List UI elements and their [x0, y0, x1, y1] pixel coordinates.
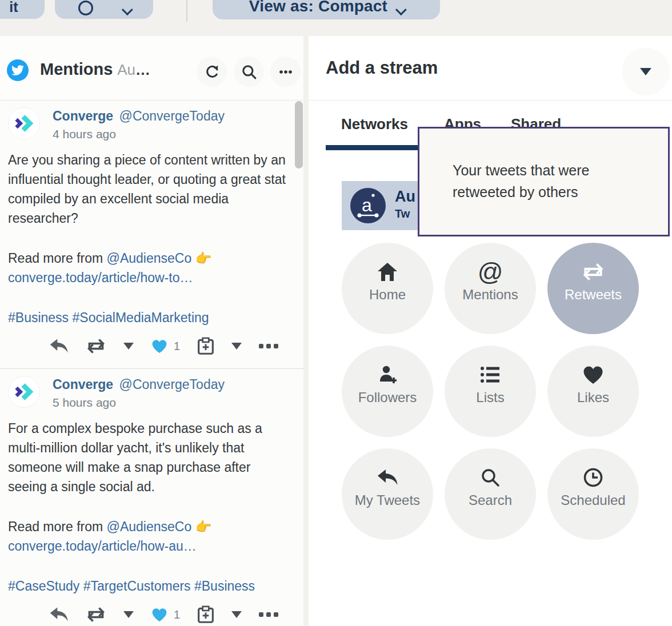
hashtags[interactable]: #CaseStudy #TargetCustomers #Business [8, 576, 289, 596]
retweet-icon[interactable] [86, 605, 106, 624]
tweet-read-more: Read more from @AudienseCo 👉 converge.to… [8, 248, 289, 287]
twitter-icon [7, 59, 29, 81]
retweet-options-caret[interactable] [123, 343, 134, 350]
view-as-label: View as: Compact [249, 0, 387, 15]
converge-avatar[interactable] [8, 107, 40, 139]
tweet-1: Converge @ConvergeToday 4 hours ago Are … [0, 101, 303, 369]
mention-link[interactable]: @AudienseCo [107, 251, 192, 266]
tooltip-text: Your tweets that were retweeted by other… [453, 159, 641, 203]
reply-arrow-icon [377, 464, 398, 491]
stream-type-lists[interactable]: Lists [445, 346, 536, 437]
search-icon [479, 464, 501, 491]
chevron-down-icon [640, 68, 651, 75]
tweet-text: For a complex bespoke purchase such as a… [8, 419, 289, 496]
search-icon [241, 63, 258, 81]
more-dots-icon [277, 63, 295, 81]
search-stream-button[interactable] [234, 57, 264, 87]
reply-icon[interactable] [49, 338, 69, 355]
svg-text:a: a [362, 195, 372, 215]
stream-type-followers[interactable]: Followers [342, 346, 433, 437]
tweet-actions: 1 [8, 327, 289, 365]
like-count: 1 [174, 340, 180, 353]
view-as-compact-button[interactable]: View as: Compact [213, 0, 440, 19]
stream-type-scheduled[interactable]: Scheduled [547, 448, 639, 540]
tweet-text: Are you sharing a piece of content writt… [8, 150, 289, 228]
stream-type-search[interactable]: Search [445, 448, 536, 540]
tweet-handle[interactable]: @ConvergeToday [119, 109, 225, 123]
clock-icon [582, 464, 604, 491]
converge-logo-icon [11, 379, 37, 404]
edit-button-partial[interactable]: it [0, 0, 45, 19]
pointing-hand-emoji: 👉 [195, 519, 212, 534]
like-heart-icon [151, 607, 168, 623]
stream-type-home[interactable]: Home [342, 243, 433, 334]
tweet-more-icon[interactable] [259, 612, 278, 617]
tweet-actions: 1 [8, 596, 289, 626]
tab-networks[interactable]: Networks [341, 115, 408, 133]
like-heart-icon [151, 338, 168, 354]
stream-title: MentionsAu… [40, 60, 150, 79]
account-name-truncated: Au [395, 188, 415, 206]
active-tab-underline [326, 145, 418, 150]
article-link[interactable]: converge.today/article/how-au… [8, 539, 197, 553]
converge-logo-icon [11, 111, 37, 136]
refresh-interval-button[interactable] [55, 0, 153, 19]
retweet-icon[interactable] [86, 337, 106, 355]
add-stream-header: Add a stream [309, 36, 672, 101]
home-icon [376, 259, 399, 285]
assign-options-caret[interactable] [231, 611, 242, 618]
retweet-icon [581, 259, 605, 285]
interval-ring-icon [78, 1, 93, 15]
chevron-down-icon [395, 4, 407, 15]
tweet-author[interactable]: Converge [53, 377, 113, 392]
stream-type-retweets[interactable]: Retweets [547, 243, 639, 334]
stream-subtitle: Au [117, 61, 135, 78]
stream-type-my-tweets[interactable]: My Tweets [342, 448, 433, 540]
chevron-down-icon [122, 4, 133, 15]
add-stream-panel: Add a stream Networks Apps Shared a Au T… [309, 36, 672, 626]
account-network-truncated: Tw [395, 207, 410, 220]
list-icon [479, 362, 502, 388]
stream-type-likes[interactable]: Likes [547, 346, 639, 437]
at-icon: @ [478, 259, 503, 284]
retweets-tooltip: Your tweets that were retweeted by other… [418, 127, 670, 236]
mention-link[interactable]: @AudienseCo [107, 519, 192, 534]
assign-icon[interactable] [197, 337, 214, 355]
stream-type-mentions[interactable]: @ Mentions [445, 243, 536, 334]
tweet-more-icon[interactable] [259, 344, 278, 348]
refresh-stream-button[interactable] [197, 57, 227, 87]
tweet-author[interactable]: Converge [53, 109, 113, 123]
tweet-handle[interactable]: @ConvergeToday [119, 377, 225, 392]
hashtags[interactable]: #Business #SocialMediaMarketing [8, 308, 289, 327]
retweet-options-caret[interactable] [123, 611, 134, 618]
article-link[interactable]: converge.today/article/how-to… [8, 270, 193, 285]
stream-type-grid: Home @ Mentions Retweets [342, 243, 639, 540]
topbar-divider [186, 0, 187, 22]
like-control[interactable]: 1 [151, 338, 180, 354]
stream-more-button[interactable] [270, 57, 301, 87]
assign-options-caret[interactable] [231, 343, 242, 350]
like-control[interactable]: 1 [151, 607, 180, 623]
tweet-2: Converge @ConvergeToday 5 hours ago For … [0, 369, 303, 626]
like-count: 1 [174, 608, 180, 621]
reply-icon[interactable] [49, 606, 69, 623]
pointing-hand-emoji: 👉 [195, 251, 212, 266]
collapse-panel-button[interactable] [622, 47, 670, 95]
follower-add-icon [377, 362, 398, 388]
stream-header: MentionsAu… [0, 36, 303, 101]
add-stream-title: Add a stream [326, 58, 438, 78]
scrollbar-thumb[interactable] [295, 101, 303, 168]
mentions-stream-panel: MentionsAu… [0, 36, 303, 626]
heart-icon [582, 362, 605, 388]
tweet-timestamp: 5 hours ago [53, 396, 225, 410]
edit-button-label: it [9, 0, 18, 15]
tweet-read-more: Read more from @AudienseCo 👉 converge.to… [8, 517, 289, 556]
converge-avatar[interactable] [8, 376, 40, 408]
stream-subtitle-ellipsis: … [135, 61, 150, 78]
audiense-avatar: a [350, 188, 386, 223]
assign-icon[interactable] [197, 605, 214, 624]
refresh-icon [203, 63, 221, 81]
tweet-timestamp: 4 hours ago [53, 127, 225, 141]
